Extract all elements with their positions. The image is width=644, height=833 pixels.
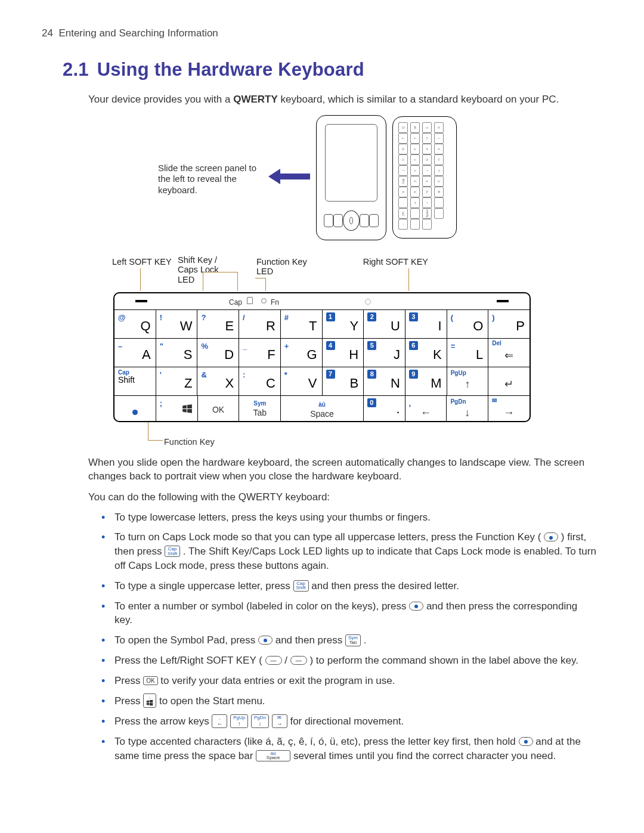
sym-tab-key-icon: SymTab <box>345 634 361 646</box>
keyboard-key: PgDn↓ <box>447 396 488 421</box>
fn-key-icon <box>258 636 273 645</box>
keyboard-key: –A <box>114 339 156 367</box>
keyboard-key: 7B <box>323 367 364 396</box>
left-softkey-icon <box>135 300 147 302</box>
para-youcan: You can do the following with the QWERTY… <box>88 491 597 504</box>
bullet-number-symbol: To enter a number or symbol (labeled in … <box>101 599 597 628</box>
keyboard-key: /R <box>239 310 281 339</box>
softkey-left-icon: ― <box>265 656 282 665</box>
keyboard-row-1: @Q!W?E/R#T1Y2U3I(O)P <box>114 310 530 339</box>
keyboard-key: 1Y <box>323 310 364 339</box>
ok-key-icon: OK <box>143 676 157 685</box>
keyboard-key: =L <box>447 339 489 367</box>
bullet-single-uppercase: To type a single uppercase letter, press… <box>101 579 597 593</box>
bullet-list: To type lowercase letters, press the key… <box>101 510 597 763</box>
keyboard-key: àüSpace <box>281 396 364 421</box>
bullet-ok: Press OK to verify your data entries or … <box>101 674 597 688</box>
keyboard-key: +G <box>281 339 323 367</box>
cap-shift-key-icon: CapShift <box>165 546 180 557</box>
keyboard-key: *V <box>281 367 323 396</box>
keyboard-row-4: ;OKSymTabàüSpace0.,←PgDn↓✉→ <box>114 396 530 421</box>
keyboard-bottom-label: Function Key <box>107 422 537 449</box>
fn-label: Fn <box>271 298 279 307</box>
keyboard-key: 4H <box>323 339 364 367</box>
page-number: 24 <box>42 27 53 39</box>
section-title: Using the Hardware Keyboard <box>97 59 364 80</box>
indicator-icon <box>365 299 371 305</box>
bullet-start: Press ; to open the Start menu. <box>101 694 597 709</box>
cap-shift-key-icon: CapShift <box>293 580 309 592</box>
keyboard-key: 6K <box>405 339 447 367</box>
keyboard-key: @Q <box>114 310 156 339</box>
keyboard-key: 0. <box>364 396 405 421</box>
windows-key-icon: ; <box>143 693 156 708</box>
keyboard-key: !W <box>156 310 198 339</box>
fn-key-icon <box>409 602 423 611</box>
bullet-arrows: Press the arrow keys ,← PgUp↑ PgDn↓ ✉→ f… <box>101 714 597 729</box>
intro-paragraph: Your device provides you with a QWERTY k… <box>88 93 596 107</box>
keyboard-key: 5J <box>364 339 405 367</box>
label-left-softkey: Left SOFT KEY <box>112 257 172 267</box>
bullet-capslock: To turn on Caps Lock mode so that you ca… <box>101 530 597 572</box>
label-fn-led: Function Key LED <box>256 257 316 277</box>
device-front-illustration <box>316 115 386 240</box>
space-key-icon: àüSpace <box>256 750 290 761</box>
arrow-left-icon <box>268 170 310 183</box>
softkey-right-icon: ― <box>290 656 307 665</box>
keyboard-key: %D <box>197 339 239 367</box>
section-heading: 2.1Using the Hardware Keyboard <box>63 57 602 82</box>
keyboard-key: 8N <box>364 367 405 396</box>
keyboard-row-3: CapShift'Z&X:C*V7B8N9MPgUp↑↵ <box>114 367 530 396</box>
para-landscape: When you slide open the hardware keyboar… <box>88 456 597 484</box>
label-shift-capslock-led: Shift Key / Caps Lock LED <box>178 255 231 285</box>
keyboard-top-labels: Left SOFT KEY Shift Key / Caps Lock LED … <box>107 255 537 292</box>
keyboard-key: PgUp↑ <box>447 367 489 396</box>
bullet-softkeys: Press the Left/Right SOFT KEY ( ― / ― ) … <box>101 654 597 668</box>
keyboard-key: #T <box>281 310 323 339</box>
keyboard-key: ; <box>156 396 198 421</box>
keyboard-key: 3I <box>405 310 447 339</box>
keyboard-row-2: –A"S%D_F+G4H5J6K=LDel⇐ <box>114 339 530 367</box>
bullet-symbol-pad: To open the Symbol Pad, press and then p… <box>101 633 597 648</box>
keyboard-key: 9M <box>405 367 447 396</box>
up-arrow-key-icon: PgUp↑ <box>230 714 248 728</box>
qwerty-keyboard-diagram: Cap Fn @Q!W?E/R#T1Y2U3I(O)P –A"S%D_F+G4H… <box>113 292 531 422</box>
keyboard-key <box>114 396 156 421</box>
fn-key-icon <box>519 737 533 746</box>
keyboard-key: OK <box>198 396 240 421</box>
right-arrow-key-icon: ✉→ <box>272 714 287 728</box>
slide-open-figure: Slide the screen panel to the left to re… <box>113 115 531 249</box>
capslock-led-icon <box>247 297 253 304</box>
fn-led-icon <box>261 298 267 304</box>
keyboard-key: "S <box>156 339 198 367</box>
chapter-name: Entering and Searching Information <box>58 27 218 39</box>
keyboard-key: 'Z <box>156 367 198 396</box>
keyboard-key: _F <box>239 339 281 367</box>
left-arrow-key-icon: ,← <box>212 714 227 728</box>
keyboard-key: ✉→ <box>488 396 530 421</box>
keyboard-key: )P <box>488 310 530 339</box>
keyboard-key: :C <box>239 367 281 396</box>
bullet-accented: To type accented characters (like á, ã, … <box>101 735 597 763</box>
bullet-lowercase: To type lowercase letters, press the key… <box>101 510 597 525</box>
down-arrow-key-icon: PgDn↓ <box>251 714 269 728</box>
slide-caption: Slide the screen panel to the left to re… <box>158 163 265 196</box>
right-softkey-icon <box>497 300 509 302</box>
keyboard-key: ,← <box>405 396 447 421</box>
keyboard-led-bar: Cap Fn <box>114 293 530 310</box>
device-keyboard-illustration: QWERTYUIOPASDFGHJKL⇐CapZXCVBNM↑↵•OKSpace… <box>392 116 457 239</box>
fn-key-icon <box>544 532 558 541</box>
cap-label: Cap <box>229 298 242 307</box>
label-fn-key: Function Key <box>164 436 215 448</box>
running-header: 24 Entering and Searching Information <box>42 27 602 41</box>
keyboard-key: SymTab <box>239 396 281 421</box>
label-right-softkey: Right SOFT KEY <box>357 257 428 267</box>
keyboard-key: (O <box>447 310 489 339</box>
keyboard-key: ?E <box>197 310 239 339</box>
keyboard-key: &X <box>197 367 239 396</box>
keyboard-key: ↵ <box>488 367 530 396</box>
keyboard-key: CapShift <box>114 367 156 396</box>
section-number: 2.1 <box>63 59 89 80</box>
keyboard-key: 2U <box>364 310 405 339</box>
keyboard-key: Del⇐ <box>488 339 530 367</box>
